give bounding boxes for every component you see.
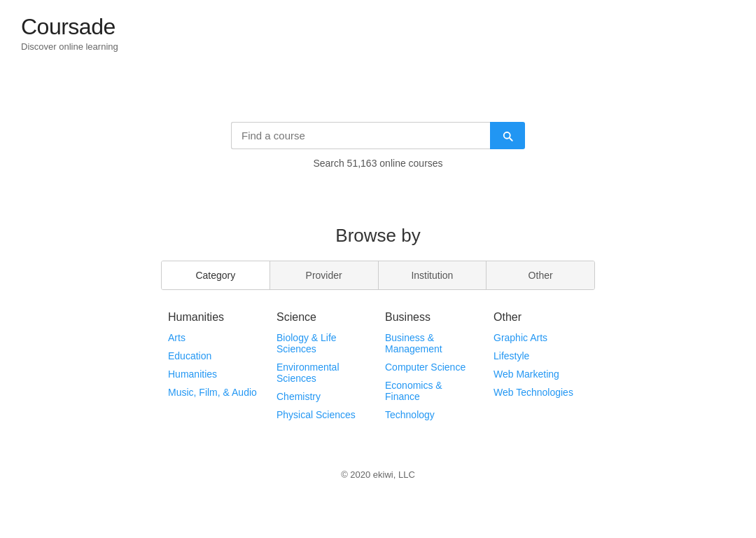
tabs-container: Category Provider Institution Other [161, 261, 595, 290]
column-business: Business Business & Management Computer … [378, 311, 486, 427]
categories-grid: Humanities Arts Education Humanities Mus… [161, 311, 595, 427]
tab-institution[interactable]: Institution [379, 261, 487, 289]
column-science: Science Biology & Life Sciences Environm… [270, 311, 378, 427]
logo-subtitle: Discover online learning [21, 41, 735, 52]
column-header-science: Science [276, 311, 371, 324]
link-web-technologies[interactable]: Web Technologies [493, 387, 588, 398]
link-chemistry[interactable]: Chemistry [276, 391, 371, 402]
search-section: Search 51,163 online courses [0, 122, 756, 169]
search-icon [501, 130, 514, 142]
link-environmental[interactable]: Environmental Sciences [276, 361, 371, 384]
column-header-business: Business [385, 311, 479, 324]
footer-text: © 2020 ekiwi, LLC [341, 469, 415, 480]
footer: © 2020 ekiwi, LLC [0, 469, 756, 480]
column-header-other: Other [493, 311, 588, 324]
link-web-marketing[interactable]: Web Marketing [493, 368, 588, 380]
browse-title: Browse by [335, 225, 420, 247]
column-header-humanities: Humanities [168, 311, 262, 324]
link-physical-sciences[interactable]: Physical Sciences [276, 409, 371, 420]
browse-section: Browse by Category Provider Institution … [0, 225, 756, 427]
link-humanities[interactable]: Humanities [168, 368, 262, 380]
link-biology[interactable]: Biology & Life Sciences [276, 332, 371, 354]
link-arts[interactable]: Arts [168, 332, 262, 343]
search-input[interactable] [231, 122, 490, 149]
logo-title: Coursade [21, 14, 735, 40]
column-humanities: Humanities Arts Education Humanities Mus… [161, 311, 270, 427]
link-education[interactable]: Education [168, 350, 262, 361]
link-lifestyle[interactable]: Lifestyle [493, 350, 588, 361]
link-business-management[interactable]: Business & Management [385, 332, 479, 354]
link-music-film-audio[interactable]: Music, Film, & Audio [168, 387, 262, 398]
tab-other[interactable]: Other [486, 261, 594, 289]
search-bar [231, 122, 525, 149]
tab-category[interactable]: Category [162, 261, 270, 289]
tab-provider[interactable]: Provider [270, 261, 379, 289]
search-count: Search 51,163 online courses [313, 158, 442, 169]
link-graphic-arts[interactable]: Graphic Arts [493, 332, 588, 343]
search-button[interactable] [490, 122, 525, 149]
link-technology[interactable]: Technology [385, 409, 479, 420]
logo-area: Coursade Discover online learning [0, 0, 756, 66]
link-computer-science[interactable]: Computer Science [385, 361, 479, 373]
link-economics-finance[interactable]: Economics & Finance [385, 380, 479, 402]
column-other: Other Graphic Arts Lifestyle Web Marketi… [486, 311, 595, 427]
